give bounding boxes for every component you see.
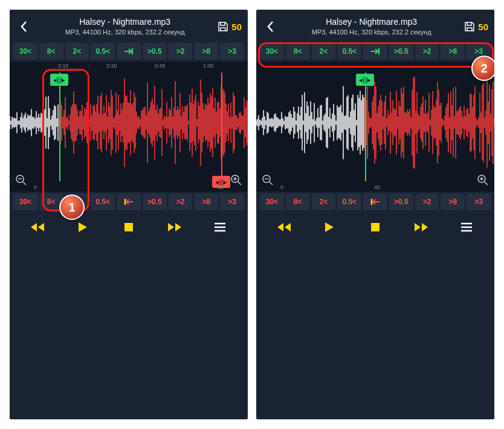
seek-fwd-2[interactable]: >2 xyxy=(169,43,193,60)
end-fwd-30[interactable]: >3 xyxy=(467,193,491,210)
menu-button[interactable] xyxy=(208,218,232,236)
zoom-in-button[interactable] xyxy=(475,172,491,188)
seek-back-05[interactable]: 0.5< xyxy=(91,43,115,60)
title-line2: MP3, 44100 Hz, 320 kbps, 232.2 секунд xyxy=(279,28,464,37)
start-index: 0 xyxy=(34,184,37,190)
seek-to-start[interactable] xyxy=(117,43,141,60)
end-index: 45 xyxy=(374,184,380,190)
end-back-8[interactable]: 8< xyxy=(286,193,310,210)
file-title: Halsey - Nightmare.mp3 MP3, 44100 Hz, 32… xyxy=(279,16,464,37)
end-marker[interactable] xyxy=(221,73,222,181)
seek-back-30[interactable]: 30< xyxy=(13,43,37,60)
ruler-tick: 0:15 xyxy=(58,63,69,69)
start-marker[interactable] xyxy=(59,73,60,181)
header: Halsey - Nightmare.mp3 MP3, 44100 Hz, 32… xyxy=(256,10,494,41)
seek-row-end: 30< 8< 2< 0.5< >0.5 >2 >8 >3 xyxy=(10,192,248,212)
waveform-area[interactable]: 0:15 0:30 0:45 1:00 ◂|||▸ ◂|||▸ 0 66 xyxy=(10,62,248,192)
zoom-out-button[interactable] xyxy=(13,172,29,188)
svg-rect-200 xyxy=(124,223,133,231)
end-fwd-05[interactable]: >0.5 xyxy=(143,193,167,210)
rewind-icon xyxy=(276,222,292,233)
ruler-tick: 0:45 xyxy=(155,63,166,69)
start-marker[interactable] xyxy=(365,73,366,181)
waveform-canvas xyxy=(256,71,494,174)
transport-row xyxy=(10,212,248,242)
end-back-05[interactable]: 0.5< xyxy=(337,193,361,210)
end-fwd-8[interactable]: >8 xyxy=(194,193,218,210)
zoom-out-icon xyxy=(262,174,274,186)
seek-fwd-8[interactable]: >8 xyxy=(194,43,218,60)
seek-fwd-05[interactable]: >0.5 xyxy=(389,43,413,60)
seek-back-8[interactable]: 8< xyxy=(286,43,310,60)
seek-back-8[interactable]: 8< xyxy=(39,43,63,60)
end-back-30[interactable]: 30< xyxy=(13,193,37,210)
play-button[interactable] xyxy=(71,218,95,236)
title-line1: Halsey - Nightmare.mp3 xyxy=(279,16,464,28)
start-marker-handle[interactable]: ◂|||▸ xyxy=(50,74,68,86)
forward-button[interactable] xyxy=(163,218,187,236)
forward-icon xyxy=(167,222,183,233)
menu-icon xyxy=(460,222,473,232)
seek-fwd-05[interactable]: >0.5 xyxy=(143,43,167,60)
end-fwd-2[interactable]: >2 xyxy=(169,193,193,210)
back-button[interactable] xyxy=(16,15,33,39)
rewind-icon xyxy=(30,222,45,233)
end-back-05[interactable]: 0.5< xyxy=(91,193,115,210)
file-title: Halsey - Nightmare.mp3 MP3, 44100 Hz, 32… xyxy=(33,16,217,37)
seek-back-2[interactable]: 2< xyxy=(65,43,89,60)
zoom-in-icon xyxy=(230,174,242,186)
seek-back-30[interactable]: 30< xyxy=(260,43,284,60)
seek-back-05[interactable]: 0.5< xyxy=(337,43,361,60)
stop-button[interactable] xyxy=(363,218,387,236)
time-ruler xyxy=(256,62,494,71)
start-marker-handle[interactable]: ◂|||▸ xyxy=(356,74,374,86)
title-line1: Halsey - Nightmare.mp3 xyxy=(33,16,217,28)
end-to-cursor[interactable] xyxy=(363,193,387,210)
zoom-out-icon xyxy=(15,174,27,186)
seek-fwd-2[interactable]: >2 xyxy=(415,43,439,60)
end-index: 66 xyxy=(218,184,224,190)
ruler-tick: 1:00 xyxy=(203,63,214,69)
zoom-out-button[interactable] xyxy=(260,172,276,188)
zoom-in-icon xyxy=(477,174,489,186)
end-fwd-05[interactable]: >0.5 xyxy=(389,193,413,210)
play-icon xyxy=(324,221,335,233)
seek-row-end: 30< 8< 2< 0.5< >0.5 >2 >8 >3 xyxy=(256,192,494,212)
menu-icon xyxy=(214,222,226,232)
seek-fwd-8[interactable]: >8 xyxy=(441,43,465,60)
annotation-badge-2: 2 xyxy=(471,56,494,81)
end-back-2[interactable]: 2< xyxy=(312,193,336,210)
save-button[interactable]: 50 xyxy=(217,21,242,33)
stop-icon xyxy=(124,222,134,232)
end-to-cursor[interactable] xyxy=(117,193,141,210)
seek-row-start: 30< 8< 2< 0.5< >0.5 >2 >8 >3 xyxy=(10,41,248,62)
end-fwd-8[interactable]: >8 xyxy=(441,193,465,210)
rewind-button[interactable] xyxy=(272,218,296,236)
end-fwd-2[interactable]: >2 xyxy=(415,193,439,210)
end-back-30[interactable]: 30< xyxy=(260,193,284,210)
seek-back-2[interactable]: 2< xyxy=(312,43,336,60)
ruler-tick: 0:30 xyxy=(106,63,117,69)
end-fwd-30[interactable]: >3 xyxy=(220,193,244,210)
transport-row xyxy=(256,212,494,242)
play-button[interactable] xyxy=(317,218,341,236)
seek-fwd-30[interactable]: >3 xyxy=(220,43,244,60)
save-button[interactable]: 50 xyxy=(464,21,488,33)
menu-button[interactable] xyxy=(454,218,479,236)
rewind-button[interactable] xyxy=(25,218,50,236)
zoom-in-button[interactable] xyxy=(228,172,244,188)
start-index: 0 xyxy=(280,184,283,190)
save-count: 50 xyxy=(478,22,488,32)
time-ruler: 0:15 0:30 0:45 1:00 xyxy=(10,62,248,71)
seek-to-start[interactable] xyxy=(363,43,387,60)
back-button[interactable] xyxy=(262,15,279,39)
waveform-area[interactable]: ◂|||▸ 0 45 xyxy=(256,62,494,192)
save-icon xyxy=(464,21,476,33)
stop-button[interactable] xyxy=(117,218,141,236)
annotation-badge-1: 1 xyxy=(59,195,85,220)
forward-button[interactable] xyxy=(409,218,433,236)
svg-rect-401 xyxy=(371,223,380,231)
save-count: 50 xyxy=(231,22,242,32)
left-panel: Halsey - Nightmare.mp3 MP3, 44100 Hz, 32… xyxy=(10,10,248,419)
save-icon xyxy=(217,21,229,33)
